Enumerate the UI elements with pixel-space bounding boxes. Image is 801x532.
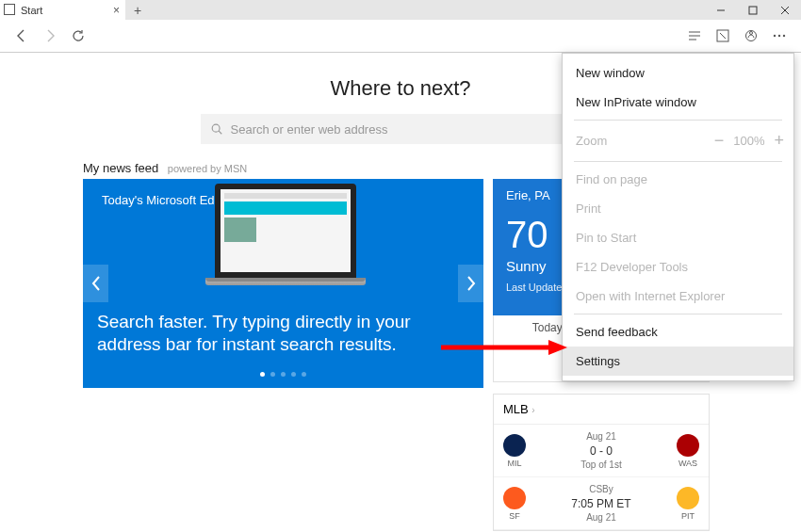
zoom-out-button[interactable]: − [714,131,725,151]
zoom-label: Zoom [576,134,714,148]
more-button[interactable] [765,22,793,50]
hero-prev-button[interactable] [83,265,108,302]
menu-separator [574,120,782,121]
new-tab-button[interactable]: + [125,0,150,20]
menu-f12[interactable]: F12 Developer Tools [563,252,793,282]
zoom-in-button[interactable]: + [774,131,784,151]
game-status: CSBy7:05 PM ETAug 21 [571,483,630,524]
close-window-button[interactable] [769,0,801,20]
browser-tab[interactable]: Start × [0,0,125,20]
menu-print[interactable]: Print [563,194,793,223]
hero-caption: Search faster. Try typing directly in yo… [97,311,469,356]
menu-find[interactable]: Find on page [563,165,793,194]
forward-button[interactable] [36,22,64,50]
svg-rect-1 [749,7,757,14]
menu-separator [574,161,782,162]
toolbar [0,20,801,53]
menu-settings[interactable]: Settings [563,347,793,376]
back-button[interactable] [8,22,36,50]
chevron-right-icon: › [531,405,534,415]
more-menu: New window New InPrivate window Zoom − 1… [562,53,794,381]
team-away: SF [503,487,526,521]
menu-zoom: Zoom − 100% + [563,123,793,158]
hero-next-button[interactable] [458,265,483,302]
web-note-button[interactable] [709,22,737,50]
mlb-tile: MLB › MIL Aug 210 - 0Top of 1st WAS SF C… [493,394,710,531]
feed-title: My news feed [83,161,158,175]
refresh-button[interactable] [64,22,92,50]
team-away: MIL [503,434,526,468]
minimize-button[interactable] [705,0,737,20]
reading-view-button[interactable] [680,22,709,50]
mlb-game-row[interactable]: MIL Aug 210 - 0Top of 1st WAS [494,425,709,477]
svg-point-9 [750,32,753,35]
laptop-illustration [205,184,366,306]
team-home: PIT [677,487,699,521]
svg-line-14 [219,131,221,134]
hero-pagination [83,363,483,380]
svg-point-10 [774,35,776,37]
zoom-value: 100% [733,134,764,148]
team-home-code: WAS [678,459,697,468]
menu-pin[interactable]: Pin to Start [563,223,793,252]
tab-title: Start [21,5,42,16]
svg-point-8 [746,31,757,41]
svg-point-11 [778,35,780,37]
feed-provider: powered by MSN [168,163,247,174]
hero-tile[interactable]: Today's Microsoft Edge Tip Search faster… [83,179,483,388]
menu-separator [574,314,782,314]
mlb-title: MLB [503,402,529,416]
team-home: WAS [677,434,699,468]
menu-open-ie[interactable]: Open with Internet Explorer [563,282,793,311]
search-placeholder: Search or enter web address [231,122,388,137]
share-button[interactable] [737,22,765,50]
team-away-code: MIL [507,459,521,468]
menu-new-window[interactable]: New window [563,58,793,88]
tab-page-icon [6,6,15,15]
title-bar: Start × + [0,0,801,20]
search-input[interactable]: Search or enter web address [201,114,601,144]
menu-new-inprivate[interactable]: New InPrivate window [563,88,793,117]
svg-point-13 [212,124,220,132]
team-away-code: SF [509,511,520,521]
mlb-header[interactable]: MLB › [494,395,709,425]
svg-point-12 [783,35,785,37]
mlb-game-row[interactable]: SF CSBy7:05 PM ETAug 21 PIT [494,477,709,530]
close-tab-icon[interactable]: × [113,4,120,17]
search-icon [210,122,223,136]
maximize-button[interactable] [737,0,769,20]
game-status: Aug 210 - 0Top of 1st [580,430,621,471]
menu-feedback[interactable]: Send feedback [563,317,793,347]
team-home-code: PIT [681,511,695,521]
window-controls [705,0,801,20]
